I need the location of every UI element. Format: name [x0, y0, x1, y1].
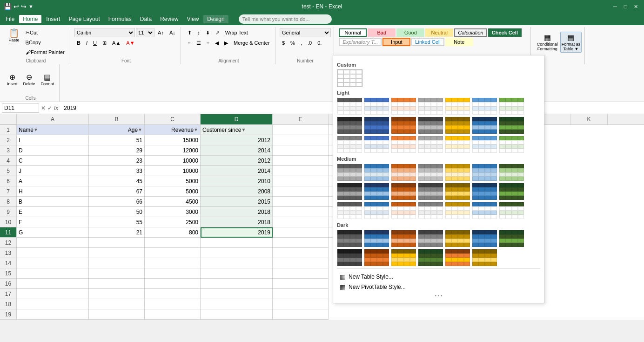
comma-button[interactable]: , [298, 38, 304, 48]
table-style-d-blue[interactable] [364, 230, 389, 247]
cell-b5[interactable]: 33 [89, 166, 145, 176]
table-style-d-cyan[interactable] [472, 230, 497, 247]
table-style-m-yellow[interactable] [445, 164, 470, 181]
cell-e11[interactable] [273, 227, 329, 238]
table-style-l-dblue[interactable] [364, 116, 389, 134]
insert-button[interactable]: ⊕ Insert [5, 72, 20, 87]
cell-b12[interactable] [89, 238, 145, 248]
table-style-l-gray2[interactable] [418, 97, 443, 115]
cell-b10[interactable]: 55 [89, 217, 145, 227]
row-header-7[interactable]: 7 [0, 186, 17, 197]
cell-d3[interactable]: 2014 [201, 145, 273, 156]
table-style-l-gray[interactable] [337, 97, 362, 115]
row-header-12[interactable]: 12 [0, 238, 17, 248]
row-header-1[interactable]: 1 [0, 125, 17, 135]
cell-d17[interactable] [201, 289, 273, 299]
cell-b1[interactable]: Age ▼ [89, 125, 145, 135]
format-as-table-button[interactable]: ▤ Format asTable ▼ [560, 32, 582, 53]
row-header-6[interactable]: 6 [0, 176, 17, 186]
cell-d11[interactable]: 2019 [201, 227, 273, 238]
decrease-indent-button[interactable]: ◀ [213, 38, 221, 48]
cell-b13[interactable] [89, 248, 145, 258]
cell-d14[interactable] [201, 258, 273, 268]
row-header-15[interactable]: 15 [0, 268, 17, 279]
cell-a5[interactable]: J [17, 166, 89, 176]
cell-a6[interactable]: A [17, 176, 89, 186]
table-style-l-orange[interactable] [391, 97, 416, 115]
cell-a1[interactable]: Name ▼ [17, 125, 89, 135]
table-style-d-orange2[interactable] [364, 249, 389, 267]
table-style-m-dyellow[interactable] [445, 183, 470, 200]
style-bad[interactable]: Bad [368, 28, 396, 37]
align-top-button[interactable]: ⬆ [185, 28, 194, 37]
table-style-m-orange[interactable] [391, 164, 416, 181]
cell-b19[interactable] [89, 309, 145, 320]
table-style-d-yellow2[interactable] [391, 249, 416, 267]
increase-font-button[interactable]: A↑ [155, 28, 166, 37]
cell-d18[interactable] [201, 299, 273, 309]
cell-a17[interactable] [17, 289, 89, 299]
cell-e17[interactable] [273, 289, 329, 299]
cell-c3[interactable]: 12000 [145, 145, 201, 156]
merge-center-button[interactable]: Merge & Center [231, 38, 272, 48]
wrap-text-button[interactable]: Wrap Text [223, 28, 250, 37]
style-note[interactable]: Note [445, 38, 473, 46]
table-style-m-border5[interactable] [445, 202, 470, 219]
increase-indent-button[interactable]: ▶ [222, 38, 230, 48]
row-header-10[interactable]: 10 [0, 217, 17, 227]
underline-button[interactable]: U [91, 38, 99, 48]
col-header-c[interactable]: C [145, 114, 201, 124]
row-header-17[interactable]: 17 [0, 289, 17, 299]
row-header-13[interactable]: 13 [0, 248, 17, 258]
cell-c14[interactable] [145, 258, 201, 268]
table-style-d-orange3[interactable] [445, 249, 470, 267]
table-style-m-gray2[interactable] [418, 164, 443, 181]
table-style-custom[interactable] [337, 69, 362, 87]
style-check-cell[interactable]: Check Cell [488, 28, 522, 37]
cell-d9[interactable]: 2018 [201, 207, 273, 217]
tell-me-input[interactable] [239, 14, 332, 24]
col-header-b[interactable]: B [89, 114, 145, 124]
cell-b18[interactable] [89, 299, 145, 309]
conditional-formatting-button[interactable]: ▦ ConditionalFormatting [536, 32, 559, 53]
style-linked[interactable]: Linked Cell [411, 38, 444, 46]
cell-d19[interactable] [201, 309, 273, 320]
cell-d5[interactable]: 2014 [201, 166, 273, 176]
cell-b4[interactable]: 23 [89, 156, 145, 166]
delete-button[interactable]: ⊖ Delete [21, 72, 38, 87]
cell-c16[interactable] [145, 279, 201, 289]
menu-home[interactable]: Home [19, 15, 41, 23]
text-direction-button[interactable]: ↗ [213, 28, 222, 37]
table-style-m-cyan[interactable] [472, 164, 497, 181]
cell-a10[interactable]: F [17, 217, 89, 227]
table-style-m-green[interactable] [499, 164, 524, 181]
cell-e19[interactable] [273, 309, 329, 320]
table-style-m-border4[interactable] [418, 202, 443, 219]
increase-decimal-button[interactable]: .0 [305, 38, 314, 48]
cell-d13[interactable] [201, 248, 273, 258]
row-header-5[interactable]: 5 [0, 166, 17, 176]
table-style-l-cyan[interactable] [472, 97, 497, 115]
menu-view[interactable]: View [183, 15, 203, 23]
cell-a9[interactable]: E [17, 207, 89, 217]
cell-e6[interactable] [273, 176, 329, 186]
cell-c4[interactable]: 10000 [145, 156, 201, 166]
number-format-dropdown[interactable]: General [280, 28, 331, 37]
cell-e10[interactable] [273, 217, 329, 227]
style-calculation[interactable]: Calculation [454, 28, 487, 37]
cell-d10[interactable]: 2018 [201, 217, 273, 227]
name-box[interactable] [2, 103, 39, 113]
cell-c11[interactable]: 800 [145, 227, 201, 238]
cell-b8[interactable]: 66 [89, 197, 145, 207]
table-style-l-dgray[interactable] [337, 116, 362, 134]
cell-c6[interactable]: 5000 [145, 176, 201, 186]
menu-file[interactable]: File [2, 15, 18, 23]
cell-a8[interactable]: B [17, 197, 89, 207]
copy-button[interactable]: ⎘ Copy [23, 38, 67, 47]
menu-page-layout[interactable]: Page Layout [65, 15, 103, 23]
cell-c5[interactable]: 10000 [145, 166, 201, 176]
font-family-dropdown[interactable]: Calibri [74, 28, 135, 37]
table-style-l-dborder2[interactable] [364, 136, 389, 153]
col-header-e[interactable]: E [273, 114, 329, 124]
cell-a18[interactable] [17, 299, 89, 309]
